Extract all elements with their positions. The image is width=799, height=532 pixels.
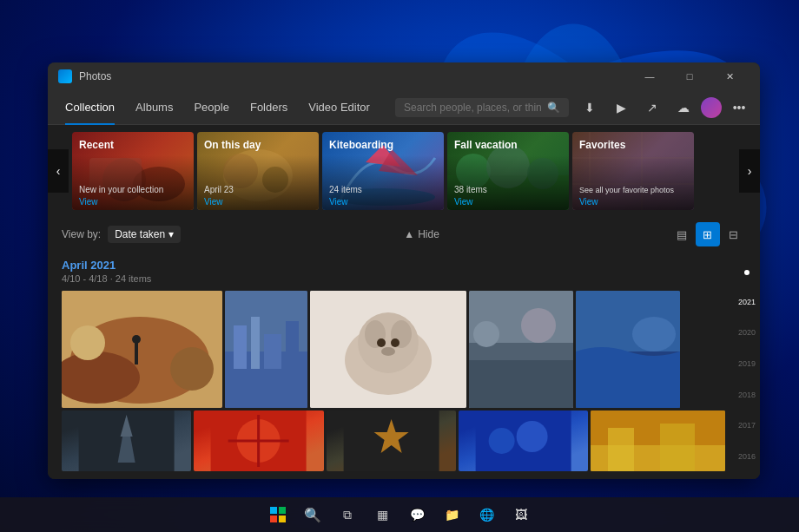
cards-next-button[interactable]: ›: [739, 149, 760, 193]
svg-rect-66: [279, 516, 286, 522]
date-range: 4/10 - 4/18: [62, 273, 108, 284]
card-onthisday-sub: April 23: [204, 185, 234, 194]
share-icon[interactable]: ↗: [638, 94, 666, 122]
card-onthisday-view[interactable]: View: [204, 197, 223, 207]
view-grid-large-button[interactable]: ⊟: [722, 222, 746, 246]
photo-p7[interactable]: [194, 410, 323, 471]
view-bar: View by: Date taken ▾ ▲ Hide ▤ ⊞ ⊟: [48, 217, 760, 252]
card-recent[interactable]: Recent New in your collection View: [72, 132, 194, 210]
edge-icon[interactable]: 🌐: [472, 501, 500, 529]
card-recent-title: Recent: [79, 139, 114, 151]
card-favorites-view[interactable]: View: [579, 197, 598, 207]
year-2016[interactable]: 2016: [738, 452, 756, 461]
svg-point-46: [632, 317, 676, 351]
photo-p10[interactable]: [591, 410, 725, 471]
year-dot: [744, 270, 749, 275]
minimize-button[interactable]: —: [630, 62, 670, 90]
view-grid-medium-button[interactable]: ⊞: [696, 222, 720, 246]
card-kite-view[interactable]: View: [329, 197, 348, 207]
card-recent-view[interactable]: View: [79, 197, 98, 207]
photo-row-large: [62, 291, 725, 408]
search-input[interactable]: [404, 102, 542, 114]
svg-rect-61: [608, 428, 634, 471]
title-bar: Photos — □ ✕: [48, 62, 760, 90]
svg-point-38: [381, 347, 395, 356]
nav-video-editor[interactable]: Video Editor: [298, 90, 380, 125]
nav-toolbar: ⬇ ▶ ↗ ☁ •••: [576, 94, 753, 122]
nav-collection[interactable]: Collection: [55, 90, 125, 125]
card-fall-sub: 38 items: [454, 185, 487, 194]
year-2020[interactable]: 2020: [738, 328, 756, 337]
card-fallvacation[interactable]: Fall vacation 38 items View: [447, 132, 569, 210]
cloud-icon[interactable]: ☁: [670, 94, 697, 122]
taskview-icon[interactable]: ⧉: [333, 501, 361, 529]
svg-point-33: [358, 312, 419, 373]
photo-p1[interactable]: [62, 291, 222, 408]
photo-p6[interactable]: [62, 410, 191, 471]
photos-taskbar-icon[interactable]: 🖼: [507, 501, 535, 529]
photos-app-window: Photos — □ ✕ Collection Albums People Fo…: [48, 62, 760, 479]
search-icon: 🔍: [547, 102, 560, 114]
photo-p3[interactable]: [310, 291, 466, 408]
year-2017[interactable]: 2017: [738, 421, 756, 430]
card-kiteboarding[interactable]: Kiteboarding 24 items View: [322, 132, 444, 210]
search-box[interactable]: 🔍: [395, 98, 569, 117]
content-area: ‹ Recent New in your collection View: [48, 125, 760, 479]
slideshow-icon[interactable]: ▶: [607, 94, 635, 122]
hide-button[interactable]: ▲ Hide: [404, 228, 439, 240]
explorer-icon[interactable]: 📁: [438, 501, 466, 529]
more-icon[interactable]: •••: [725, 94, 753, 122]
widgets-icon[interactable]: ▦: [368, 501, 396, 529]
svg-rect-65: [270, 516, 277, 522]
svg-rect-29: [264, 334, 281, 369]
cards-prev-button[interactable]: ‹: [48, 149, 69, 193]
svg-rect-28: [251, 317, 260, 369]
view-by-select[interactable]: Date taken ▾: [108, 226, 181, 243]
app-title: Photos: [79, 70, 630, 82]
import-icon[interactable]: ⬇: [576, 94, 604, 122]
svg-point-37: [391, 338, 400, 347]
hide-arrow-icon: ▲: [404, 228, 414, 240]
svg-point-57: [488, 428, 514, 454]
chat-icon[interactable]: 💬: [403, 501, 431, 529]
nav-folders[interactable]: Folders: [240, 90, 298, 125]
nav-albums[interactable]: Albums: [125, 90, 183, 125]
view-by-label: View by:: [62, 228, 101, 240]
svg-point-58: [516, 421, 547, 452]
close-button[interactable]: ✕: [710, 62, 749, 90]
card-recent-sub: New in your collection: [79, 185, 163, 194]
nav-people[interactable]: People: [183, 90, 239, 125]
svg-point-22: [170, 347, 214, 391]
cards-strip: Recent New in your collection View: [48, 132, 760, 210]
year-2018[interactable]: 2018: [738, 391, 756, 399]
svg-point-24: [132, 335, 141, 344]
card-favorites-title: Favorites: [579, 139, 625, 151]
start-icon[interactable]: [264, 501, 292, 529]
year-2019[interactable]: 2019: [738, 359, 756, 368]
year-2021[interactable]: 2021: [738, 298, 756, 306]
avatar[interactable]: [701, 97, 722, 118]
photo-p4[interactable]: [469, 291, 573, 408]
month-sub: 4/10 - 4/18 · 24 items: [62, 273, 725, 284]
search-taskbar-icon[interactable]: 🔍: [299, 501, 327, 529]
nav-bar: Collection Albums People Folders Video E…: [48, 90, 760, 125]
view-toggle-group: ▤ ⊞ ⊟: [670, 222, 746, 246]
card-kite-sub: 24 items: [329, 185, 362, 194]
taskbar: 🔍 ⧉ ▦ 💬 📁 🌐 🖼: [0, 497, 799, 532]
svg-rect-62: [660, 424, 695, 471]
window-controls: — □ ✕: [630, 62, 749, 90]
photo-p5[interactable]: [576, 291, 680, 408]
photo-p9[interactable]: [459, 410, 588, 471]
card-onthisday-title: On this day: [204, 139, 261, 151]
photo-p8[interactable]: [327, 410, 456, 471]
card-favorites-sub: See all your favorite photos: [579, 186, 674, 194]
card-onthisday[interactable]: On this day April 23 View: [197, 132, 319, 210]
card-favorites[interactable]: Favorites See all your favorite photos V…: [572, 132, 694, 210]
maximize-button[interactable]: □: [670, 62, 710, 90]
card-fall-title: Fall vacation: [454, 139, 518, 151]
view-by-value: Date taken: [115, 228, 165, 240]
view-list-button[interactable]: ▤: [670, 222, 694, 246]
item-count: 24 items: [116, 273, 152, 284]
photo-p2[interactable]: [225, 291, 307, 408]
card-fall-view[interactable]: View: [454, 197, 473, 207]
